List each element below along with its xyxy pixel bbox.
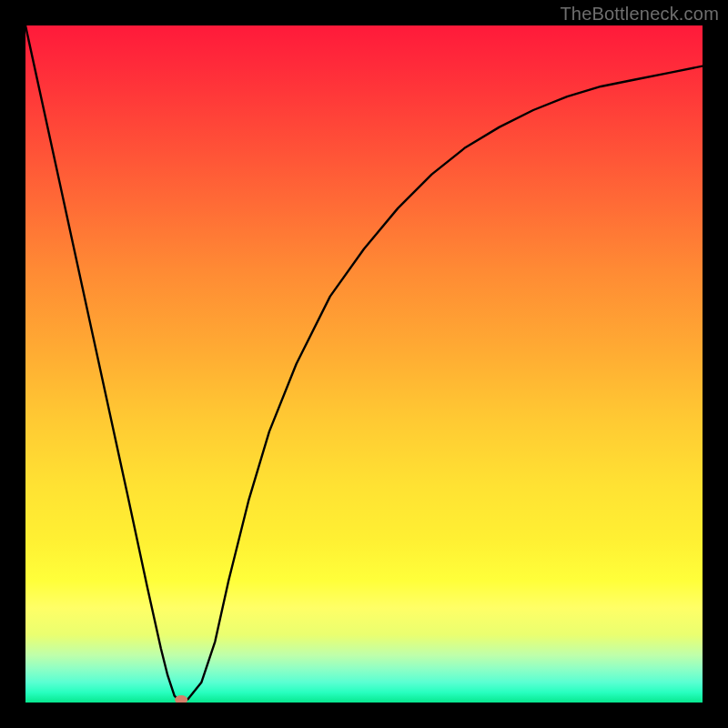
plot-area	[25, 25, 703, 703]
bottleneck-curve	[25, 25, 703, 703]
chart-container: TheBottleneck.com	[0, 0, 728, 728]
watermark-text: TheBottleneck.com	[560, 4, 719, 25]
curve-svg	[25, 25, 703, 703]
marker-dot	[175, 695, 187, 703]
